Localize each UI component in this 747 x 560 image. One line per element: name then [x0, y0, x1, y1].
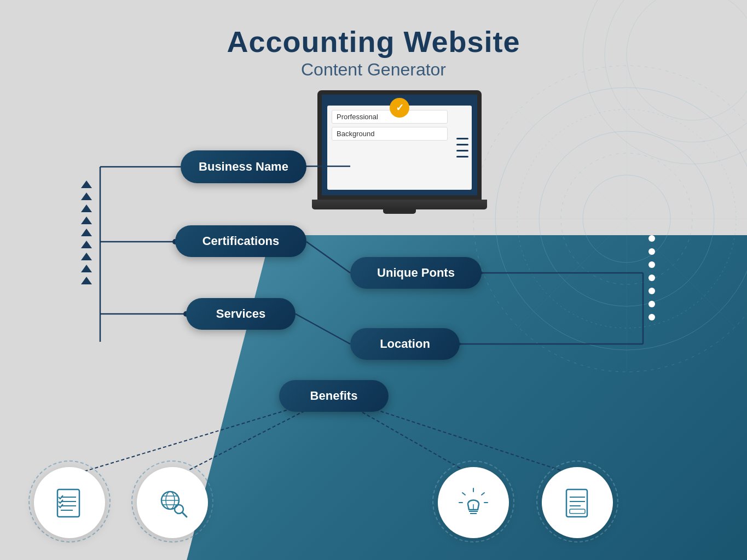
checklist-icon — [52, 485, 88, 521]
laptop-screen: ✓ Prorfessional Background — [317, 90, 482, 200]
dot-7 — [648, 314, 655, 320]
laptop-content-area: Prorfessional Background — [327, 106, 452, 190]
dots-right — [648, 235, 655, 320]
laptop-item-2: Background — [332, 127, 448, 141]
node-location: Location — [350, 328, 460, 360]
dot-5 — [648, 288, 655, 294]
arrow-4 — [81, 217, 92, 224]
laptop-stand — [383, 209, 416, 214]
laptop-line-2 — [456, 144, 468, 145]
arrow-5 — [81, 229, 92, 236]
arrow-9 — [81, 277, 92, 284]
main-content: Accounting Website Content Generator ✓ P… — [0, 0, 747, 560]
arrow-3 — [81, 205, 92, 212]
node-benefits: Benefits — [279, 380, 389, 412]
laptop-item-1: Prorfessional — [332, 110, 448, 124]
svg-line-22 — [296, 314, 350, 344]
bottom-circle-search — [137, 467, 208, 538]
dot-2 — [648, 248, 655, 255]
bottom-circle-document — [542, 467, 613, 538]
dot-3 — [648, 261, 655, 268]
arrow-1 — [81, 180, 92, 188]
laptop-base — [312, 200, 487, 209]
document-icon — [560, 485, 595, 521]
svg-rect-56 — [570, 509, 585, 514]
dot-4 — [648, 275, 655, 281]
node-certifications: Certifications — [175, 225, 306, 257]
arrow-2 — [81, 192, 92, 200]
laptop-line-1 — [456, 138, 468, 139]
svg-line-21 — [306, 242, 350, 273]
dot-1 — [648, 235, 655, 242]
svg-line-45 — [482, 493, 484, 495]
svg-line-46 — [462, 493, 465, 495]
dot-6 — [648, 301, 655, 307]
bottom-circle-checklist — [34, 467, 105, 538]
check-circle: ✓ — [390, 98, 409, 118]
node-services: Services — [186, 298, 296, 330]
arrow-7 — [81, 253, 92, 260]
laptop-line-4 — [456, 156, 468, 158]
page-title-sub: Content Generator — [0, 60, 747, 80]
page-title-main: Accounting Website — [0, 25, 747, 59]
arrows-left — [81, 180, 92, 284]
arrow-8 — [81, 265, 92, 272]
svg-line-43 — [182, 512, 187, 517]
bottom-circle-lightbulb — [438, 467, 509, 538]
node-unique-points: Unique Ponts — [350, 257, 482, 289]
laptop-inner: ✓ Prorfessional Background — [327, 106, 472, 190]
node-business-name: Business Name — [181, 150, 306, 183]
header: Accounting Website Content Generator — [0, 0, 747, 80]
search-globe-icon — [155, 485, 190, 521]
laptop-line-3 — [456, 150, 468, 151]
lightbulb-icon — [456, 485, 491, 521]
arrow-6 — [81, 241, 92, 248]
laptop-lines — [456, 106, 472, 190]
laptop-illustration: ✓ Prorfessional Background — [306, 90, 493, 232]
